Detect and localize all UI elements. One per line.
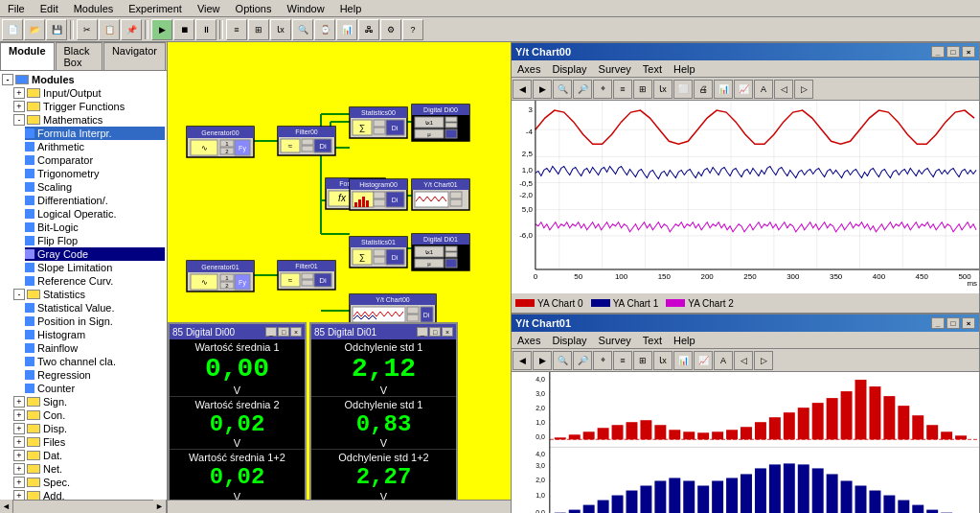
node-ytchart00[interactable]: Y/t Chart00 Di: [350, 294, 436, 325]
chart00-tb8[interactable]: Ɩx: [653, 80, 672, 99]
menu-view[interactable]: View: [190, 3, 228, 14]
tree-trigger[interactable]: + Trigger Functions: [13, 100, 165, 113]
chart00-tb5[interactable]: ⌖: [593, 80, 612, 99]
chart01-tb12[interactable]: ◁: [734, 351, 753, 370]
tree-twochannel[interactable]: Two channel cla.: [25, 355, 165, 368]
tree-mathematics[interactable]: - Mathematics: [13, 113, 165, 127]
tree-files[interactable]: + Files: [13, 435, 165, 449]
chart00-menu-help[interactable]: Help: [668, 63, 701, 75]
menu-options[interactable]: Options: [228, 3, 280, 14]
tree-formula-interpr[interactable]: Formula Interpr.: [25, 127, 165, 140]
chart00-menu-axes[interactable]: Axes: [512, 63, 546, 75]
tree-logical[interactable]: Logical Operatic.: [25, 207, 165, 221]
tree-histogram[interactable]: Histogram: [25, 328, 165, 341]
chart01-menu-help[interactable]: Help: [668, 335, 701, 346]
chart00-menu-text[interactable]: Text: [637, 63, 668, 75]
chart00-tb4[interactable]: 🔎: [573, 80, 592, 99]
menu-window[interactable]: Window: [280, 3, 332, 14]
chart00-tb3[interactable]: 🔍: [553, 80, 572, 99]
toolbar-stop[interactable]: ⏹: [173, 19, 194, 40]
minimize-btn[interactable]: _: [417, 327, 428, 337]
node-gen01[interactable]: Generator01 ∿ 1 2 Fy: [187, 261, 254, 291]
digital-di01-window[interactable]: 85 Digital Di01 _ □ × Odchylenie std 1 2…: [309, 322, 458, 500]
chart01-close[interactable]: ×: [962, 317, 975, 329]
tree-counter[interactable]: Counter: [25, 382, 165, 395]
toolbar-b3[interactable]: Ɩx: [270, 19, 291, 40]
chart01-maximize[interactable]: □: [946, 317, 960, 329]
chart00-close[interactable]: ×: [962, 46, 975, 58]
expand-icon[interactable]: -: [13, 114, 25, 126]
node-ytchart01[interactable]: Y/t Chart01: [412, 179, 469, 210]
menu-help[interactable]: Help: [332, 3, 370, 14]
tree-slope[interactable]: Slope Limitation: [25, 261, 165, 274]
toolbar-run[interactable]: ▶: [151, 19, 172, 40]
toolbar-b5[interactable]: ⌚: [314, 19, 335, 40]
toolbar-b1[interactable]: ≡: [226, 19, 247, 40]
expand-icon[interactable]: +: [13, 396, 25, 408]
close-btn[interactable]: ×: [442, 327, 453, 337]
toolbar-new[interactable]: 📄: [2, 19, 23, 40]
menu-edit[interactable]: Edit: [33, 3, 66, 14]
chart01-tb10[interactable]: 📈: [694, 351, 713, 370]
chart00-tb15[interactable]: ▷: [794, 80, 813, 99]
menu-file[interactable]: File: [0, 3, 33, 14]
chart01-menu-axes[interactable]: Axes: [512, 335, 546, 346]
tree-arithmetic[interactable]: Arithmetic: [25, 140, 165, 153]
chart01-menu-display[interactable]: Display: [546, 335, 592, 346]
chart00-tb2[interactable]: ▶: [533, 80, 552, 99]
toolbar-paste[interactable]: 📌: [121, 19, 142, 40]
tree-rainflow[interactable]: Rainflow: [25, 341, 165, 355]
chart00-menu-display[interactable]: Display: [546, 63, 592, 75]
chart00-tb12[interactable]: 📈: [734, 80, 753, 99]
chart00-minimize[interactable]: _: [931, 46, 945, 58]
node-digital01[interactable]: Digital Di01 Ɩx1 μ: [412, 234, 469, 270]
maximize-btn[interactable]: □: [429, 327, 441, 337]
tree-disp[interactable]: + Disp.: [13, 422, 165, 435]
chart00-tb11[interactable]: 📊: [714, 80, 733, 99]
expand-icon[interactable]: +: [13, 463, 25, 475]
tree-modules[interactable]: - Modules: [2, 73, 165, 86]
center-scrollbar[interactable]: [168, 500, 511, 513]
chart01-tb6[interactable]: ≡: [613, 351, 632, 370]
toolbar-open[interactable]: 📂: [24, 19, 45, 40]
chart01-tb5[interactable]: ⌖: [593, 351, 612, 370]
chart00-tb10[interactable]: 🖨: [694, 80, 713, 99]
expand-icon[interactable]: +: [13, 490, 25, 500]
menu-experiment[interactable]: Experiment: [121, 3, 190, 14]
minimize-btn[interactable]: _: [265, 327, 277, 337]
expand-icon[interactable]: +: [13, 87, 25, 99]
toolbar-b2[interactable]: ⊞: [248, 19, 269, 40]
node-stats00[interactable]: Statistics00 ∑ Di: [350, 107, 407, 138]
chart00-maximize[interactable]: □: [946, 46, 960, 58]
chart01-menu-text[interactable]: Text: [637, 335, 668, 346]
node-filter00[interactable]: Filter00 ≈ Di: [278, 127, 335, 155]
close-btn[interactable]: ×: [290, 327, 302, 337]
tab-module[interactable]: Module: [0, 42, 55, 70]
toolbar-b7[interactable]: 🖧: [358, 19, 379, 40]
chart01-tb9[interactable]: 📊: [673, 351, 693, 370]
node-gen00[interactable]: Generator00 ∿ 1 2 Fy: [187, 127, 254, 157]
expand-icon[interactable]: +: [13, 423, 25, 434]
tree-refcurv[interactable]: Reference Curv.: [25, 274, 165, 288]
tree-statistics[interactable]: - Statistics: [13, 288, 165, 301]
expand-icon[interactable]: +: [13, 101, 25, 112]
chart01-tb1[interactable]: ◀: [513, 351, 532, 370]
menu-modules[interactable]: Modules: [66, 3, 122, 14]
tree-position[interactable]: Position in Sign.: [25, 315, 165, 328]
toolbar-pause[interactable]: ⏸: [195, 19, 217, 40]
chart01-tb13[interactable]: ▷: [754, 351, 773, 370]
chart00-tb6[interactable]: ≡: [613, 80, 632, 99]
tree-con[interactable]: + Con.: [13, 408, 165, 422]
scroll-right[interactable]: ►: [153, 500, 167, 513]
chart01-tb3[interactable]: 🔍: [553, 351, 572, 370]
chart00-tb1[interactable]: ◀: [513, 80, 532, 99]
tree-spec[interactable]: + Spec.: [13, 476, 165, 489]
tree-trigonometry[interactable]: Trigonometry: [25, 167, 165, 180]
tab-blackbox[interactable]: Black Box: [56, 42, 103, 70]
tree-flipflop[interactable]: Flip Flop: [25, 234, 165, 247]
tree-sign[interactable]: + Sign.: [13, 395, 165, 408]
tree-scaling[interactable]: Scaling: [25, 180, 165, 194]
node-hist00[interactable]: Histogram00 Di: [350, 179, 407, 210]
tree-comparator[interactable]: Comparator: [25, 153, 165, 167]
chart01-content[interactable]: 4,0 3,0 2,0 1,0 0,0 4,0 3,0 2,0 1,0 0,0 …: [512, 372, 979, 513]
